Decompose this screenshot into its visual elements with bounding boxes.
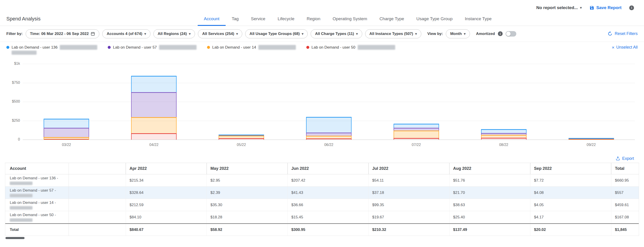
chevron-down-icon: ▾ (302, 32, 304, 36)
legend-item-lab-on-demand-user-50[interactable]: Lab on Demand - user 50 (306, 45, 395, 50)
bar-segment-lab-on-demand-user-136-05-22[interactable] (218, 135, 264, 135)
bar-segment-lab-on-demand-user-57-04-22[interactable] (131, 92, 176, 117)
bar-segment-lab-on-demand-user-14-08-22[interactable] (481, 135, 526, 138)
table-cell-value: $7.72 (530, 174, 611, 186)
bar-segment-lab-on-demand-user-14-06-22[interactable] (306, 136, 352, 138)
table-cell-value: $2.95 (206, 174, 288, 186)
table-cell-spacer (69, 211, 126, 223)
save-report-button[interactable]: Save Report (590, 5, 622, 10)
bar-segment-lab-on-demand-user-50-04-22[interactable] (131, 133, 176, 140)
view-by-dropdown[interactable]: Month ▾ (446, 29, 470, 38)
page-title: Spend Analysis (6, 16, 40, 22)
tab-region[interactable]: Region (301, 12, 326, 26)
account-cell: Lab on Demand - user 57 - (5, 187, 69, 199)
bar-segment-lab-on-demand-user-136-09-22[interactable] (568, 138, 614, 139)
total-cell-value: $137.49 (449, 224, 530, 236)
table-header-total: Total (611, 163, 639, 174)
filter-pill-label: All Regions (24) (158, 31, 187, 36)
legend-item-label: Lab on Demand - user 14 (212, 45, 256, 50)
info-icon[interactable]: i (629, 5, 634, 10)
x-axis-label: 08/22 (488, 143, 520, 147)
bar-segment-lab-on-demand-user-50-07-22[interactable] (394, 138, 439, 140)
redacted-text (60, 45, 97, 50)
filter-pill-label: All Usage Type Groups (68) (250, 31, 300, 36)
amortized-toggle[interactable] (506, 31, 516, 36)
legend-item-row: Lab on Demand - user 50 (306, 45, 395, 50)
bar-segment-lab-on-demand-user-50-05-22[interactable] (218, 138, 264, 140)
y-axis-label: $1k (3, 61, 20, 66)
tab-operating-system[interactable]: Operating System (326, 12, 373, 26)
filter-pill-all-usage-type-groups[interactable]: All Usage Type Groups (68)▾ (245, 29, 308, 38)
save-icon (590, 5, 594, 10)
bar-segment-lab-on-demand-user-14-04-22[interactable] (131, 117, 176, 133)
bar-segment-lab-on-demand-user-57-07-22[interactable] (394, 128, 439, 131)
legend-item-row: Lab on Demand - user 14 (207, 45, 296, 50)
legend-item-row: Lab on Demand - user 57 (108, 45, 196, 50)
filter-pill-time-06-mar-2022-06-sep-2022[interactable]: Time: 06 Mar 2022 - 06 Sep 2022 (26, 29, 100, 38)
table-cell-value: $99.35 (368, 199, 449, 211)
info-icon[interactable]: i (498, 31, 503, 36)
reset-filters-button[interactable]: Reset Filters (608, 31, 638, 36)
filter-pill-all-charge-types[interactable]: All Charge Types (11)▾ (311, 29, 362, 38)
total-cell-value: $58.92 (206, 224, 288, 236)
bar-segment-lab-on-demand-user-136-08-22[interactable] (481, 129, 526, 133)
report-selector-dropdown[interactable]: No report selected... ▾ (536, 5, 582, 10)
filter-pill-accounts-4[interactable]: Accounts 4 (of 674)▾ (102, 29, 150, 38)
spend-table: AccountApr 2022May 2022Jun 2022Jul 2022A… (5, 163, 639, 236)
legend-item-lab-on-demand-user-57[interactable]: Lab on Demand - user 57 (108, 45, 196, 50)
y-axis-label: $250 (3, 119, 20, 123)
legend-item-lab-on-demand-user-14[interactable]: Lab on Demand - user 14 (207, 45, 296, 50)
view-by-label: View by: (428, 31, 443, 36)
tab-instance-type[interactable]: Instance Type (458, 12, 498, 26)
unselect-all-button[interactable]: × Unselect All (612, 45, 638, 50)
table-cell-value: $18.28 (206, 211, 288, 223)
bar-segment-lab-on-demand-user-14-05-22[interactable] (218, 136, 264, 138)
tab-service[interactable]: Service (245, 12, 271, 26)
legend-item-label: Lab on Demand - user 136 (12, 45, 58, 50)
filter-pill-all-instance-types[interactable]: All Instance Types (507)▾ (365, 29, 421, 38)
bar-segment-lab-on-demand-user-14-03-22[interactable] (44, 137, 89, 140)
y-axis-label: $750 (3, 81, 20, 85)
table-horizontal-scrollbar[interactable] (6, 237, 24, 239)
legend-color-dot (306, 46, 309, 49)
table-cell-value: $19.67 (368, 211, 449, 223)
chart-plot: 03/2204/2205/2206/2207/2208/2209/22 (23, 64, 635, 140)
bar-segment-lab-on-demand-user-136-07-22[interactable] (394, 124, 439, 128)
tab-usage-type-group[interactable]: Usage Type Group (410, 12, 458, 26)
table-cell-value: $328.64 (126, 187, 206, 199)
table-body: Lab on Demand - user 136 -$215.34$2.95$2… (5, 174, 639, 223)
filter-pill-label: Time: 06 Mar 2022 - 06 Sep 2022 (30, 31, 89, 36)
bar-segment-lab-on-demand-user-57-08-22[interactable] (481, 133, 526, 135)
tab-bar: AccountTagServiceLifecycleRegionOperatin… (198, 12, 498, 26)
bar-segment-lab-on-demand-user-50-08-22[interactable] (481, 138, 526, 140)
export-button[interactable]: Export (616, 155, 634, 162)
tab-charge-type[interactable]: Charge Type (373, 12, 410, 26)
legend-item-lab-on-demand-user-136[interactable]: Lab on Demand - user 136 (6, 45, 97, 55)
bar-segment-lab-on-demand-user-14-07-22[interactable] (394, 131, 439, 138)
bar-segment-lab-on-demand-user-136-06-22[interactable] (306, 117, 352, 133)
bar-segment-lab-on-demand-user-57-03-22[interactable] (44, 128, 89, 137)
chevron-down-icon: ▾ (580, 6, 582, 10)
report-selector-label: No report selected... (536, 5, 578, 10)
bar-segment-lab-on-demand-user-136-03-22[interactable] (44, 119, 89, 128)
tab-lifecycle[interactable]: Lifecycle (272, 12, 301, 26)
bar-segment-lab-on-demand-user-50-06-22[interactable] (306, 138, 352, 140)
table-cell-value: $41.43 (288, 187, 368, 199)
legend-item-label: Lab on Demand - user 57 (113, 45, 157, 50)
table-cell-value: $4.08 (530, 187, 611, 199)
total-row-label: Total (5, 224, 69, 236)
filter-pill-label: All Charge Types (11) (315, 31, 354, 36)
gridline (23, 102, 635, 102)
filter-pill-all-regions[interactable]: All Regions (24)▾ (154, 29, 195, 38)
redacted-text (10, 194, 32, 197)
bar-segment-lab-on-demand-user-57-06-22[interactable] (306, 133, 352, 136)
filter-pill-all-services[interactable]: All Services (254)▾ (198, 29, 242, 38)
table-cell-value: $15.45 (288, 211, 368, 223)
redacted-text (12, 51, 36, 55)
tab-tag[interactable]: Tag (226, 12, 245, 26)
table-cell-value: $84.10 (126, 211, 206, 223)
total-cell-value: $840.67 (126, 224, 206, 236)
tab-account[interactable]: Account (198, 12, 226, 26)
bar-segment-lab-on-demand-user-136-04-22[interactable] (131, 76, 176, 92)
table-header-aug-2022: Aug 2022 (449, 163, 530, 174)
